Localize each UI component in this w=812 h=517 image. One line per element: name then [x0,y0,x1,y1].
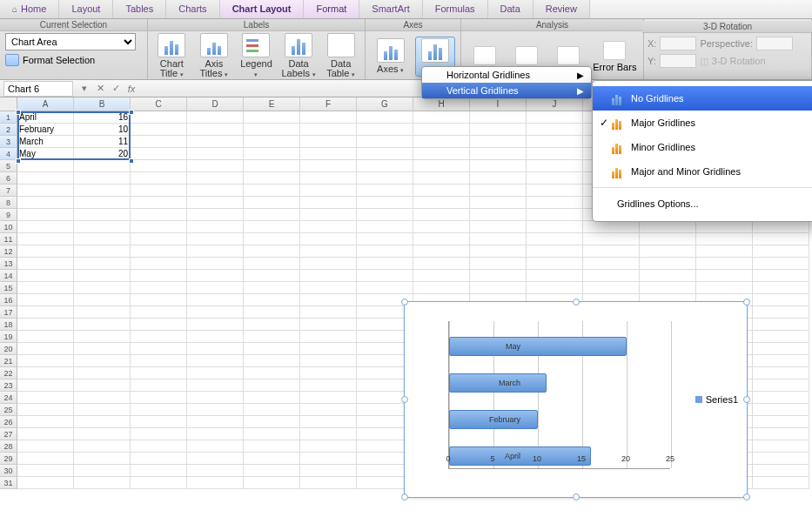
cell[interactable] [244,245,300,258]
row-header[interactable]: 3 [0,136,17,148]
cell[interactable] [696,258,753,270]
cell[interactable]: May [17,148,74,160]
cell[interactable] [187,111,244,124]
cell[interactable]: February [17,124,74,136]
row-header[interactable]: 10 [0,221,17,233]
resize-handle[interactable] [401,299,408,306]
cell[interactable] [470,197,527,209]
fx-icon[interactable]: fx [124,82,138,96]
cell[interactable] [300,111,357,124]
cell[interactable] [74,233,131,245]
resize-handle[interactable] [573,299,580,306]
cell[interactable] [753,282,809,294]
cell[interactable] [74,453,131,465]
cell[interactable] [74,306,131,319]
cell[interactable] [187,477,244,489]
row-header[interactable]: 15 [0,282,17,294]
resize-handle[interactable] [743,299,750,306]
cell[interactable] [527,197,583,209]
trendline-button[interactable] [466,46,503,67]
cell[interactable] [244,453,300,465]
row-header[interactable]: 18 [0,319,17,331]
cell[interactable] [753,465,809,477]
cell[interactable] [131,343,187,355]
cell[interactable] [17,172,74,185]
cell[interactable] [74,392,131,404]
cell[interactable] [413,124,470,136]
column-header[interactable]: G [357,97,413,111]
cell[interactable] [187,245,244,258]
row-header[interactable]: 9 [0,209,17,221]
cell[interactable] [187,453,244,465]
cell[interactable] [753,477,809,489]
resize-handle[interactable] [401,494,408,500]
cell[interactable] [17,428,74,440]
cell[interactable] [300,221,357,233]
cell[interactable] [753,258,809,270]
column-header[interactable]: D [187,97,244,111]
cell[interactable] [17,367,74,379]
cell[interactable] [74,465,131,477]
cell[interactable] [244,282,300,294]
cell[interactable] [17,440,74,453]
cell[interactable] [187,465,244,477]
cell[interactable] [300,160,357,172]
chart-bar[interactable] [449,337,627,356]
row-header[interactable]: 20 [0,343,17,355]
cell[interactable] [244,319,300,331]
cell[interactable] [17,221,74,233]
row-headers[interactable]: 1234567891011121314151617181920212223242… [0,111,17,489]
cell[interactable] [131,233,187,245]
cell[interactable] [17,465,74,477]
cell[interactable] [413,233,470,245]
cell[interactable] [753,270,809,282]
row-header[interactable]: 17 [0,306,17,319]
cell[interactable] [244,124,300,136]
cell[interactable] [17,245,74,258]
menu-item-major-gridlines[interactable]: ✓ Major Gridlines [593,111,812,135]
cell[interactable] [131,306,187,319]
cell[interactable] [583,221,640,233]
cell[interactable] [413,185,470,197]
cell[interactable] [753,453,809,465]
legend-button[interactable]: Legend ▾ [238,33,275,79]
cell[interactable] [244,233,300,245]
cell[interactable] [131,392,187,404]
row-header[interactable]: 4 [0,148,17,160]
cell[interactable] [753,392,809,404]
cell[interactable] [17,282,74,294]
tab-formulas[interactable]: Formulas [423,0,488,18]
cell[interactable] [74,477,131,489]
row-header[interactable]: 13 [0,258,17,270]
cell[interactable] [131,270,187,282]
cell[interactable] [187,124,244,136]
chart-plot-area[interactable] [448,321,670,469]
cell[interactable] [244,221,300,233]
cell[interactable] [640,270,696,282]
cell[interactable] [300,477,357,489]
cell[interactable] [696,233,753,245]
cell[interactable] [187,136,244,148]
cell[interactable] [244,343,300,355]
cell[interactable] [131,209,187,221]
cell[interactable] [300,233,357,245]
cell[interactable] [17,379,74,392]
cell[interactable] [187,258,244,270]
cell[interactable] [187,367,244,379]
cell[interactable] [244,209,300,221]
cell[interactable] [187,233,244,245]
cell[interactable] [753,233,809,245]
cell[interactable] [300,355,357,367]
resize-handle[interactable] [743,494,750,500]
column-header[interactable]: A [17,97,74,111]
cell[interactable] [131,148,187,160]
cancel-icon[interactable]: ✕ [93,82,107,96]
cell[interactable] [357,245,413,258]
cell[interactable] [187,148,244,160]
cell[interactable] [187,343,244,355]
cell[interactable] [187,440,244,453]
cell[interactable] [74,416,131,428]
cell[interactable] [17,477,74,489]
cell[interactable] [244,331,300,343]
column-header[interactable]: H [413,97,470,111]
